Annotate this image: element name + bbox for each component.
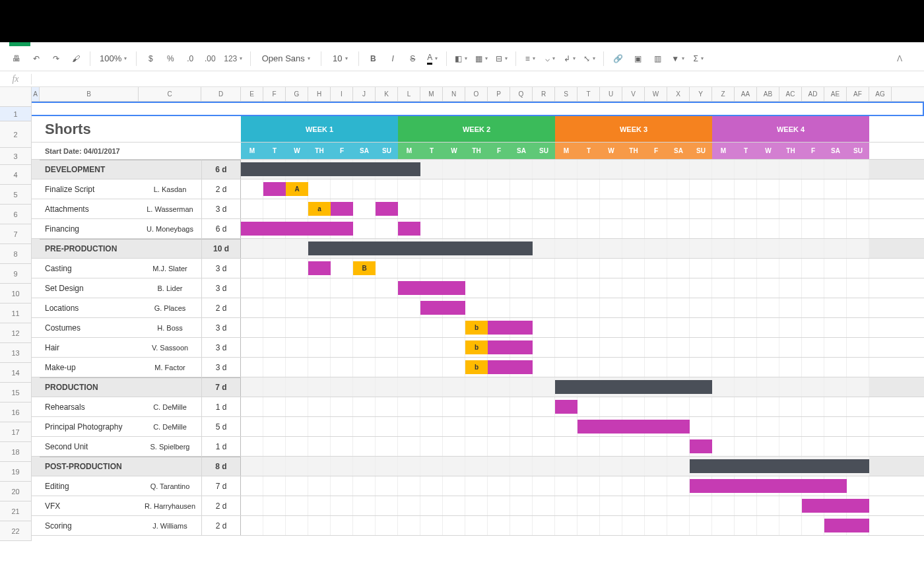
column-header[interactable]: Y <box>690 87 712 101</box>
redo-icon[interactable]: ↷ <box>48 50 65 67</box>
grid[interactable]: ABCDEFGHIJKLMNOPQRSTUVWXYZAAABACADAEAFAG… <box>32 87 924 541</box>
column-header[interactable]: AB <box>757 87 779 101</box>
filter-button[interactable]: ▼ <box>669 50 687 67</box>
row-header[interactable]: 10 <box>0 284 31 304</box>
row-header[interactable]: 9 <box>0 264 31 284</box>
column-header[interactable]: AD <box>802 87 824 101</box>
column-header[interactable]: B <box>40 87 139 101</box>
vertical-align-button[interactable]: ⌵ <box>541 50 558 67</box>
row-header[interactable]: 8 <box>0 244 31 264</box>
row-header[interactable]: 1 <box>0 107 31 121</box>
row-header[interactable]: 13 <box>0 343 31 363</box>
column-header[interactable]: AE <box>824 87 847 101</box>
column-header[interactable]: D <box>201 87 241 101</box>
column-header[interactable]: AG <box>869 87 892 101</box>
row-header[interactable]: 2 <box>0 121 31 148</box>
column-header[interactable]: A <box>32 87 40 101</box>
task-owner: S. Spielberg <box>150 443 190 451</box>
day-header: M <box>712 143 735 159</box>
fill-color-button[interactable]: ◧ <box>452 50 470 67</box>
column-header[interactable]: Z <box>712 87 735 101</box>
row-header[interactable]: 3 <box>0 148 31 165</box>
zoom-select[interactable]: 100% <box>96 50 131 67</box>
row-header[interactable]: 5 <box>0 185 31 205</box>
horizontal-align-button[interactable]: ≡ <box>521 50 539 67</box>
obscured-header <box>0 0 924 42</box>
collapse-toolbar-icon[interactable]: ᐱ <box>891 50 908 67</box>
row-header[interactable]: 4 <box>0 165 31 185</box>
column-header[interactable]: O <box>465 87 488 101</box>
column-header[interactable]: N <box>443 87 465 101</box>
increase-decimal-button[interactable]: .00 <box>201 50 218 67</box>
row-header[interactable]: 11 <box>0 304 31 323</box>
row-header[interactable]: 7 <box>0 224 31 244</box>
text-wrap-button[interactable]: ↲ <box>561 50 578 67</box>
column-header[interactable]: L <box>398 87 420 101</box>
font-select[interactable]: Open Sans <box>256 50 315 67</box>
insert-comment-button[interactable]: ▣ <box>629 50 646 67</box>
format-percent-button[interactable]: % <box>162 50 179 67</box>
column-header[interactable]: F <box>263 87 286 101</box>
decrease-decimal-button[interactable]: .0 <box>182 50 199 67</box>
column-header[interactable]: U <box>600 87 622 101</box>
number-format-select[interactable]: 123 <box>221 50 245 67</box>
column-header[interactable]: AA <box>735 87 757 101</box>
column-header[interactable]: X <box>667 87 690 101</box>
column-header[interactable]: S <box>555 87 578 101</box>
row-header[interactable]: 15 <box>0 383 31 403</box>
column-header[interactable]: K <box>376 87 398 101</box>
text-rotation-button[interactable]: ⤡ <box>581 50 598 67</box>
functions-button[interactable]: Σ <box>690 50 707 67</box>
column-header[interactable]: E <box>241 87 263 101</box>
row-header[interactable]: 18 <box>0 442 31 462</box>
column-header[interactable]: G <box>286 87 308 101</box>
insert-chart-button[interactable]: ▥ <box>649 50 666 67</box>
print-icon[interactable]: 🖶 <box>8 50 25 67</box>
borders-button[interactable]: ▦ <box>473 50 490 67</box>
bold-button[interactable]: B <box>364 50 381 67</box>
column-header[interactable]: V <box>622 87 645 101</box>
day-header: F <box>645 143 667 159</box>
day-header: T <box>420 143 443 159</box>
row-header[interactable]: 12 <box>0 323 31 343</box>
row-header[interactable]: 17 <box>0 422 31 442</box>
undo-icon[interactable]: ↶ <box>28 50 45 67</box>
column-header[interactable]: R <box>533 87 555 101</box>
column-header[interactable]: AC <box>779 87 802 101</box>
task-owner: H. Boss <box>157 324 183 332</box>
row-header[interactable]: 21 <box>0 501 31 521</box>
row-header[interactable]: 20 <box>0 482 31 501</box>
column-header[interactable]: J <box>353 87 376 101</box>
paint-format-icon[interactable]: 🖌 <box>67 50 84 67</box>
column-header[interactable]: W <box>645 87 667 101</box>
day-header: F <box>802 143 824 159</box>
task-owner: G. Places <box>154 304 186 312</box>
row-header[interactable]: 22 <box>0 521 31 541</box>
spreadsheet: 12345678910111213141516171819202122 ABCD… <box>0 87 924 541</box>
row-header[interactable]: 14 <box>0 363 31 383</box>
format-currency-button[interactable]: $ <box>142 50 159 67</box>
text-color-button[interactable]: A <box>424 50 441 67</box>
column-header[interactable]: Q <box>510 87 533 101</box>
merge-cells-button[interactable]: ⊟ <box>493 50 510 67</box>
row-header[interactable]: 6 <box>0 205 31 224</box>
column-header[interactable]: P <box>488 87 510 101</box>
insert-link-button[interactable]: 🔗 <box>609 50 626 67</box>
column-header[interactable]: AF <box>847 87 869 101</box>
row-header[interactable]: 19 <box>0 462 31 482</box>
task-owner: Q. Tarantino <box>150 482 190 490</box>
column-header[interactable]: C <box>139 87 201 101</box>
task-name: Set Design <box>45 284 84 293</box>
strikethrough-button[interactable]: S <box>404 50 421 67</box>
italic-button[interactable]: I <box>384 50 401 67</box>
day-header: SU <box>847 143 869 159</box>
column-header[interactable]: I <box>331 87 353 101</box>
column-header[interactable]: M <box>420 87 443 101</box>
fx-icon: fx <box>0 74 32 84</box>
task-owner: L. Kasdan <box>154 185 187 193</box>
formula-input[interactable] <box>32 71 924 86</box>
row-header[interactable]: 16 <box>0 403 31 422</box>
column-header[interactable]: H <box>308 87 331 101</box>
column-header[interactable]: T <box>578 87 600 101</box>
font-size-select[interactable]: 10 <box>327 50 353 67</box>
